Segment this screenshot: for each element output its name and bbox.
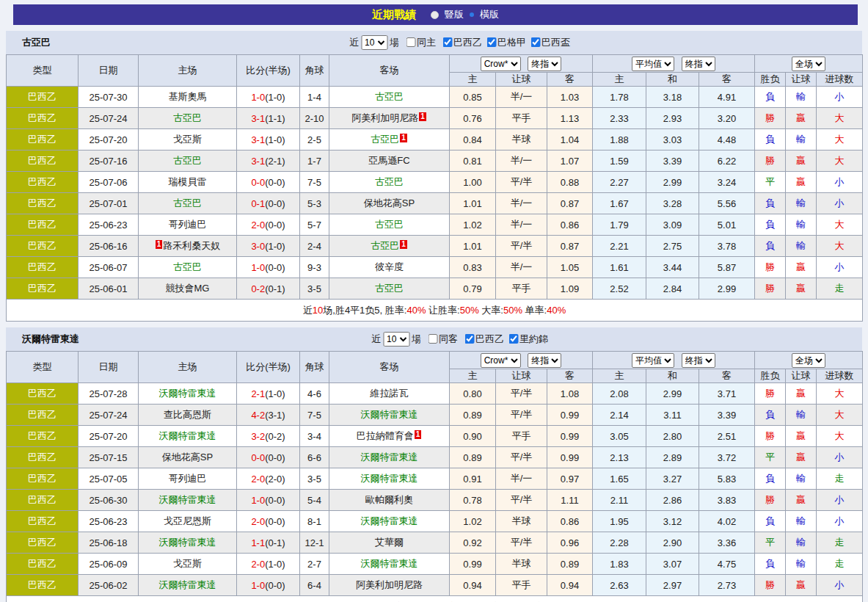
league-checkbox-input[interactable]: [442, 37, 452, 47]
match-count-select[interactable]: 10: [361, 35, 387, 50]
league-filter-checkbox[interactable]: 里約錦: [504, 333, 548, 344]
team-link[interactable]: 保地花高SP: [364, 197, 415, 208]
europe-odds-cell: 3.27: [646, 468, 699, 490]
match-count-select[interactable]: 10: [383, 332, 409, 347]
result-cell: 輸: [786, 532, 817, 554]
score-cell: 0-0(0-0): [237, 447, 300, 468]
team-link[interactable]: 沃爾特雷東達: [159, 494, 216, 505]
result-cell: 大: [817, 426, 863, 447]
team-link[interactable]: 戈亞斯: [173, 134, 202, 145]
team-link[interactable]: 競技會MG: [166, 283, 210, 294]
europe-odds-cell: 2.75: [646, 236, 699, 257]
average-select[interactable]: 平均值: [632, 57, 674, 71]
league-filter-label: 巴西乙: [475, 333, 504, 344]
europe-odds-cell: 3.28: [646, 193, 699, 214]
team-link[interactable]: 亞馬遜FC: [368, 155, 409, 166]
team-link[interactable]: 古亞巴: [173, 155, 202, 166]
team-link[interactable]: 沃爾特雷東達: [361, 558, 418, 569]
team-cell: 沃爾特雷東達: [139, 575, 237, 596]
team-link[interactable]: 戈亞斯: [173, 558, 202, 569]
team-link[interactable]: 瑞模貝雷: [169, 176, 207, 187]
team-link[interactable]: 哥列迪巴: [169, 219, 207, 230]
team-link[interactable]: 路禾利桑天奴: [163, 240, 220, 251]
team-link[interactable]: 維拉諾瓦: [371, 388, 409, 399]
league-filter-checkbox[interactable]: 巴西盃: [526, 37, 570, 48]
handicap-odds-cell: 平/半: [496, 490, 547, 511]
result-cell: 勝: [755, 257, 786, 278]
league-checkbox-input[interactable]: [486, 37, 496, 47]
team-link[interactable]: 古亞巴: [371, 240, 399, 251]
league-checkbox-input[interactable]: [508, 334, 518, 344]
scope-select[interactable]: 全场: [792, 57, 825, 71]
league-filter-label: 巴格甲: [497, 37, 526, 48]
team-link[interactable]: 古亞巴: [371, 134, 399, 145]
team-link[interactable]: 基斯奧馬: [169, 91, 207, 102]
final-index-select-2[interactable]: 终指: [682, 57, 715, 71]
team-link[interactable]: 阿美利加明尼路: [356, 579, 423, 590]
handicap-odds-cell: 1.02: [450, 511, 496, 532]
team-link[interactable]: 古亞巴: [375, 91, 404, 102]
bookmaker-select[interactable]: Crow*: [481, 57, 521, 71]
final-index-select-1[interactable]: 终指: [528, 57, 561, 71]
team-cell: 保地花高SP: [139, 447, 237, 468]
team-link[interactable]: 沃爾特雷東達: [159, 537, 216, 548]
team-link[interactable]: 沃爾特雷東達: [159, 388, 216, 399]
summary-segment: 大率:: [479, 305, 503, 316]
team-link[interactable]: 沃爾特雷東達: [361, 515, 418, 526]
handicap-odds-cell: 0.94: [547, 575, 593, 596]
match-row: 巴西乙25-06-23戈亞尼恩斯2-0(0-0)8-1沃爾特雷東達1.02半球0…: [7, 511, 863, 532]
team-link[interactable]: 古亞巴: [173, 112, 202, 123]
date-cell: 25-06-07: [79, 257, 139, 278]
team-link[interactable]: 歐帕爾利奧: [365, 494, 413, 505]
corner-cell: 12-1: [300, 532, 329, 554]
league-cell: 巴西乙: [7, 150, 79, 172]
scope-select[interactable]: 全场: [792, 353, 825, 368]
result-cell: 贏: [786, 257, 817, 278]
team-link[interactable]: 沃爾特雷東達: [361, 452, 418, 463]
team-link[interactable]: 古亞巴: [173, 261, 202, 272]
horizontal-layout-radio[interactable]: [470, 12, 474, 17]
handicap-odds-cell: 平/半: [496, 383, 547, 405]
full-time-score: 1-1: [251, 537, 265, 548]
average-select[interactable]: 平均值: [632, 353, 674, 368]
team-link[interactable]: 阿美利加明尼路: [351, 112, 418, 123]
team-link[interactable]: 彼辛度: [375, 261, 404, 272]
match-row: 巴西乙25-07-24查比高恩斯4-2(3-1)7-5沃爾特雷東達0.89平/半…: [7, 405, 863, 426]
team-link[interactable]: 古亞巴: [375, 176, 404, 187]
summary-segment: 50%: [460, 305, 479, 316]
team-link[interactable]: 古亞巴: [375, 219, 404, 230]
col-score: 比分(半场): [237, 352, 300, 383]
date-cell: 25-06-09: [79, 554, 139, 575]
league-filter-checkbox[interactable]: 巴西乙: [460, 333, 504, 344]
team-link[interactable]: 巴拉納體育會: [357, 430, 414, 441]
team-link[interactable]: 戈亞尼恩斯: [164, 515, 211, 526]
team-cell: 沃爾特雷東達: [139, 383, 237, 405]
team-link[interactable]: 哥列迪巴: [169, 473, 207, 484]
team-link[interactable]: 保地花高SP: [162, 452, 213, 463]
europe-odds-cell: 2.99: [646, 383, 699, 405]
team-link[interactable]: 沃爾特雷東達: [159, 579, 216, 590]
full-time-score: 1-0: [251, 262, 265, 273]
league-checkbox-input[interactable]: [464, 334, 474, 344]
team-link[interactable]: 沃爾特雷東達: [159, 430, 216, 441]
vertical-layout-radio[interactable]: [431, 11, 439, 19]
col-crow-away: 客: [547, 73, 593, 87]
bookmaker-select[interactable]: Crow*: [481, 353, 521, 368]
same-venue-checkbox[interactable]: 同客: [423, 333, 458, 346]
league-checkbox-input[interactable]: [530, 37, 540, 47]
same-venue-checkbox[interactable]: 同主: [401, 36, 436, 49]
league-filter-checkbox[interactable]: 巴格甲: [482, 37, 526, 48]
result-cell: 輸: [786, 193, 817, 214]
team-link[interactable]: 古亞巴: [173, 197, 202, 208]
league-cell: 巴西乙: [7, 554, 79, 575]
team-link[interactable]: 查比高恩斯: [164, 409, 211, 420]
team-link[interactable]: 艾華爾: [375, 537, 404, 548]
team-link[interactable]: 沃爾特雷東達: [361, 409, 418, 420]
team-link[interactable]: 古亞巴: [375, 283, 404, 294]
europe-odds-cell: 5.83: [699, 468, 755, 490]
half-time-score: (0-0): [265, 516, 285, 527]
final-index-select-2[interactable]: 终指: [682, 353, 715, 368]
league-filter-checkbox[interactable]: 巴西乙: [438, 37, 482, 48]
final-index-select-1[interactable]: 终指: [528, 353, 561, 368]
team-link[interactable]: 沃爾特雷東達: [361, 473, 418, 484]
